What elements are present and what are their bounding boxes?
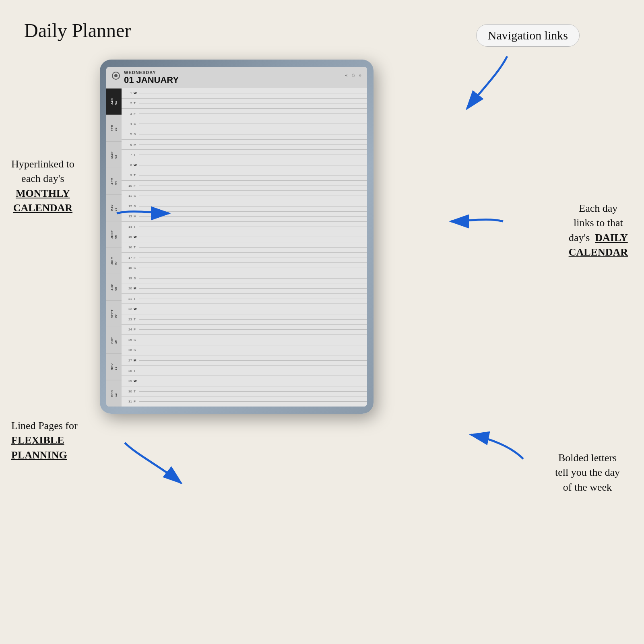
day-number: 6 xyxy=(122,143,134,147)
month-tab-nov[interactable]: NOV11 xyxy=(106,353,122,380)
day-row-10[interactable]: 10F xyxy=(122,181,367,191)
day-letter: T xyxy=(134,101,139,105)
day-letter: S xyxy=(134,338,139,342)
page-title: Daily Planner xyxy=(24,19,131,41)
day-row-26[interactable]: 26S xyxy=(122,345,367,356)
day-row-1[interactable]: 1W xyxy=(122,88,367,99)
day-letter: T xyxy=(134,173,139,177)
bolded-line1: Bolded letters xyxy=(558,452,617,464)
day-row-23[interactable]: 23T xyxy=(122,314,367,325)
annotation-lined: Lined Pages for FLEXIBLE PLANNING xyxy=(11,419,78,462)
device-screen: WEDNESDAY 01 JANUARY « ⌂ » JAN01FEB02MAR… xyxy=(106,67,367,407)
day-line xyxy=(139,350,367,350)
day-line xyxy=(139,155,367,155)
day-line xyxy=(139,258,367,258)
day-line xyxy=(139,401,367,402)
day-row-28[interactable]: 28T xyxy=(122,366,367,376)
prev-icon[interactable]: « xyxy=(345,72,348,78)
day-number: 27 xyxy=(122,359,134,362)
each-day-line1: Each day xyxy=(579,202,617,214)
days-area: 1W2T3F4S5S6M7T8W9T10F11S12S13M14T15W16T1… xyxy=(122,88,367,407)
month-tab-dec[interactable]: DEC12 xyxy=(106,380,122,407)
hyperlinked-line4: CALENDAR xyxy=(13,202,72,214)
day-letter: M xyxy=(134,287,139,290)
day-letter: T xyxy=(134,369,139,373)
hyperlinked-line3: MONTHLY xyxy=(16,188,70,199)
annotation-hyperlinked: Hyperlinked to each day's MONTHLY CALEND… xyxy=(11,157,74,216)
day-letter: M xyxy=(134,143,139,147)
day-row-2[interactable]: 2T xyxy=(122,99,367,109)
day-letter: T xyxy=(134,153,139,157)
day-row-22[interactable]: 22W xyxy=(122,304,367,314)
day-letter: T xyxy=(134,318,139,321)
day-row-9[interactable]: 9T xyxy=(122,170,367,181)
day-number: 7 xyxy=(122,153,134,157)
day-number: 18 xyxy=(122,266,134,270)
day-line xyxy=(139,268,367,268)
day-row-25[interactable]: 25S xyxy=(122,335,367,345)
day-number: 16 xyxy=(122,246,134,249)
day-row-21[interactable]: 21T xyxy=(122,294,367,304)
day-row-3[interactable]: 3F xyxy=(122,109,367,119)
day-number: 23 xyxy=(122,318,134,321)
day-number: 25 xyxy=(122,338,134,342)
day-row-20[interactable]: 20M xyxy=(122,283,367,294)
day-line xyxy=(139,93,367,93)
day-line xyxy=(139,237,367,237)
bolded-line3: of the week xyxy=(563,481,612,493)
nav-arrow xyxy=(435,48,523,121)
day-letter: W xyxy=(134,235,139,239)
header-nav[interactable]: « ⌂ » xyxy=(345,72,361,78)
month-tab-apr[interactable]: APR04 xyxy=(106,168,122,194)
month-tab-july[interactable]: JULY07 xyxy=(106,248,122,274)
day-letter: F xyxy=(134,256,139,260)
day-number: 2 xyxy=(122,101,134,105)
day-letter: S xyxy=(134,277,139,280)
hyperlinked-line1: Hyperlinked to xyxy=(11,158,74,170)
month-tab-jan[interactable]: JAN01 xyxy=(106,88,122,115)
day-row-24[interactable]: 24F xyxy=(122,325,367,335)
day-line xyxy=(139,103,367,103)
month-tab-sept[interactable]: SEPT09 xyxy=(106,300,122,327)
day-line xyxy=(139,319,367,320)
hyperlinked-line2: each day's xyxy=(21,173,64,184)
day-row-6[interactable]: 6M xyxy=(122,140,367,150)
day-row-5[interactable]: 5S xyxy=(122,129,367,140)
day-number: 30 xyxy=(122,390,134,393)
day-letter: S xyxy=(134,348,139,352)
day-letter: F xyxy=(134,112,139,116)
next-icon[interactable]: » xyxy=(359,72,362,78)
day-row-15[interactable]: 15W xyxy=(122,232,367,243)
day-row-31[interactable]: 31F xyxy=(122,396,367,407)
day-letter: T xyxy=(134,297,139,301)
day-row-4[interactable]: 4S xyxy=(122,119,367,130)
content-area: JAN01FEB02MAR03APR04MAY05JUNE06JULY07AUG… xyxy=(106,88,367,407)
day-line xyxy=(139,114,367,114)
day-line xyxy=(139,124,367,124)
month-tab-mar[interactable]: MAR03 xyxy=(106,141,122,168)
day-number: 15 xyxy=(122,235,134,239)
day-row-7[interactable]: 7T xyxy=(122,150,367,160)
day-number: 8 xyxy=(122,163,134,167)
day-row-29[interactable]: 29W xyxy=(122,376,367,386)
day-row-16[interactable]: 16T xyxy=(122,242,367,253)
day-letter: S xyxy=(134,132,139,136)
day-number: 20 xyxy=(122,287,134,290)
day-line xyxy=(139,144,367,145)
day-row-19[interactable]: 19S xyxy=(122,273,367,284)
home-icon[interactable]: ⌂ xyxy=(352,72,355,78)
day-number: 4 xyxy=(122,122,134,126)
day-line xyxy=(139,165,367,165)
month-tab-feb[interactable]: FEB02 xyxy=(106,115,122,141)
month-tab-aug[interactable]: AUG08 xyxy=(106,274,122,300)
day-row-17[interactable]: 17F xyxy=(122,253,367,263)
day-row-8[interactable]: 8W xyxy=(122,160,367,171)
day-row-27[interactable]: 27M xyxy=(122,355,367,366)
day-row-18[interactable]: 18S xyxy=(122,263,367,273)
day-letter: M xyxy=(134,359,139,362)
month-tab-oct[interactable]: OCT10 xyxy=(106,327,122,353)
day-letter: W xyxy=(134,307,139,311)
day-of-week: WEDNESDAY xyxy=(124,70,179,75)
day-row-30[interactable]: 30T xyxy=(122,386,367,397)
month-tabs: JAN01FEB02MAR03APR04MAY05JUNE06JULY07AUG… xyxy=(106,88,122,407)
